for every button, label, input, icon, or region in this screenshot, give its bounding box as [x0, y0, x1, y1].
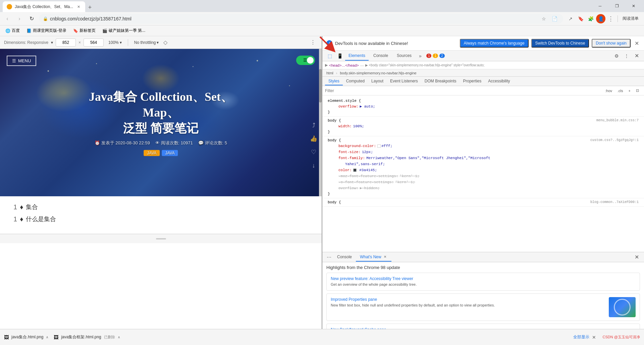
bookmark-newtab[interactable]: 🔖 新标签页 — [70, 27, 98, 34]
restore-button[interactable]: ❐ — [609, 1, 625, 11]
zoom-dropdown[interactable]: 100% ▾ — [106, 40, 124, 46]
console-bottom-tab[interactable]: Console — [333, 253, 356, 262]
switch-chinese-button[interactable]: Switch DevTools to Chinese — [531, 39, 589, 48]
html-tag[interactable]: html — [325, 71, 335, 75]
read-list-button[interactable]: 阅读清单 — [620, 16, 641, 21]
elements-breadcrumb: ▶ <head>…</head> — ▶ <body class="skin-s… — [322, 61, 644, 69]
file-ref-3[interactable]: blog-common..7aXieFD00:1 — [590, 200, 639, 204]
tag-java-2[interactable]: JAVA — [162, 150, 178, 156]
elements-tab[interactable]: Elements — [345, 51, 369, 61]
width-input[interactable] — [56, 39, 76, 47]
throttle-dropdown[interactable]: No throttling ▾ — [132, 40, 161, 46]
tab-dom-breakpoints[interactable]: DOM Breakpoints — [421, 77, 460, 85]
tab-event-listeners[interactable]: Event Listeners — [387, 77, 421, 85]
devtools-close-button[interactable]: ✕ — [632, 51, 641, 61]
tab-layout[interactable]: Layout — [368, 77, 387, 85]
download-1-chevron[interactable]: ∧ — [46, 335, 48, 339]
share-icon[interactable]: ↗ — [566, 14, 575, 23]
share-side-icon[interactable]: ⤴ — [310, 121, 318, 129]
new-style-rule-button[interactable]: ⊡ — [634, 87, 641, 94]
address-box[interactable]: 🔒 cnblogs.com/coderzjz/p/13587167.html ☆… — [39, 14, 563, 24]
downloads-close-button[interactable]: ✕ — [592, 335, 596, 340]
elements-path: html › body.skin-simplememory.no-navbar.… — [322, 69, 644, 77]
page-hero: ☰ MENU ☰ Java集合 Collection、Set、Map、 泛型 简… — [0, 49, 322, 196]
bookmark-baidu[interactable]: 🌐 百度 — [3, 27, 22, 34]
whats-new-tab[interactable]: What's New ✕ — [356, 253, 391, 262]
dimension-x-separator: × — [78, 40, 81, 45]
download-2-chevron[interactable]: ∧ — [118, 335, 120, 339]
tab-accessibility[interactable]: Accessibility — [485, 77, 513, 85]
update-card-2: Improved Properties pane New filter text… — [326, 293, 640, 321]
sources-tab[interactable]: Sources — [393, 51, 416, 61]
notification-text: DevTools is now available in Chinese! — [335, 41, 457, 46]
download-icon[interactable]: ↓ — [310, 161, 318, 169]
tab-computed[interactable]: Computed — [343, 77, 368, 85]
update-1-desc: Get an overview of the whole page access… — [331, 282, 636, 287]
console-tab[interactable]: Console — [369, 51, 392, 61]
read-mode-icon[interactable]: 📄 — [550, 14, 559, 23]
update-1-title[interactable]: New preview feature: Accessibility Tree … — [331, 276, 636, 281]
download-1-name[interactable]: java集合.html.png — [11, 334, 43, 340]
devtools-settings-button[interactable]: ⚙ — [612, 51, 621, 61]
devtools-more-button[interactable]: ⋮ — [622, 51, 631, 61]
heart-icon[interactable]: ♡ — [310, 148, 318, 156]
toolbar-more-button[interactable]: ⋮ — [308, 38, 318, 47]
tab-styles[interactable]: Styles — [325, 77, 343, 85]
meta-views: 👁 阅读次数: 10971 — [155, 140, 193, 146]
filter-input[interactable] — [325, 88, 601, 93]
hover-toggle[interactable]: :hov — [603, 88, 614, 94]
bottom-panel-close[interactable]: ✕ — [632, 253, 641, 262]
bookmark-video[interactable]: 🎬 破产姐妹第一季 第... — [100, 27, 148, 34]
reload-button[interactable]: ↻ — [27, 14, 36, 23]
responsive-toolbar: Dimensions: Responsive ▾ × 100% ▾ No thr… — [0, 36, 322, 49]
bookmark-yuketang[interactable]: 📘 雨课堂网页版-登录 — [24, 27, 69, 34]
title-bar: Java集合 Collection、Set、Ma... ✕ + ─ ❐ ✕ — [0, 0, 644, 12]
chrome-menu-button[interactable]: ⋮ — [606, 14, 615, 23]
body-tag[interactable]: body.skin-simplememory.no-navbar.hljs-en… — [338, 71, 418, 75]
update-2-title[interactable]: Improved Properties pane — [331, 297, 605, 302]
whats-new-close[interactable]: ✕ — [383, 255, 387, 259]
yuketang-icon: 📘 — [26, 28, 32, 33]
update-2-image — [609, 297, 636, 317]
download-2-icon: 🖼 — [54, 335, 58, 340]
tab-properties[interactable]: Properties — [460, 77, 485, 85]
more-tabs-button[interactable]: » — [416, 51, 424, 61]
file-ref-2[interactable]: custom.css?..5gzFgqJg=:1 — [590, 138, 639, 142]
cls-toggle[interactable]: .cls — [615, 88, 626, 94]
bookmark-icon[interactable]: 🔖 — [576, 14, 585, 23]
back-button[interactable]: ‹ — [3, 14, 12, 23]
scrollbar[interactable] — [319, 49, 322, 196]
devtools-notification: i DevTools is now available in Chinese! … — [322, 36, 644, 51]
url-text: cnblogs.com/coderzjz/p/13587167.html — [50, 16, 537, 21]
tab-close-button[interactable]: ✕ — [76, 4, 81, 9]
profile-avatar[interactable]: 👤 — [596, 14, 605, 23]
add-style-button[interactable]: + — [626, 88, 633, 94]
downloads-bar: 🖼 java集合.html.png ∧ 🖼 java集合框架.html.png … — [0, 329, 644, 345]
notification-close-button[interactable]: ✕ — [633, 40, 640, 47]
bottom-more-button[interactable]: ⋯ — [325, 253, 333, 261]
menu-button[interactable]: ☰ MENU — [7, 56, 36, 66]
dont-show-button[interactable]: Don't show again — [592, 39, 631, 48]
forward-button[interactable]: › — [15, 14, 24, 23]
bookmark-star-icon[interactable]: ☆ — [539, 14, 548, 23]
like-icon[interactable]: 👍 — [310, 135, 318, 143]
new-tab-button[interactable]: + — [85, 3, 95, 12]
head-element[interactable]: <head>…</head> — [329, 63, 359, 67]
extensions-icon[interactable]: 🧩 — [586, 14, 595, 23]
active-tab[interactable]: Java集合 Collection、Set、Ma... ✕ — [3, 1, 85, 12]
show-all-button[interactable]: 全部显示 — [573, 334, 589, 340]
minimize-button[interactable]: ─ — [592, 1, 608, 11]
webpage-bottom-bar[interactable] — [0, 234, 322, 243]
toc-item-2: 1 ♦ 什么是集合 — [13, 215, 308, 223]
tag-java-1[interactable]: JAVA — [144, 150, 160, 156]
page-content: 1 ♦ 集合 1 ♦ 什么是集合 — [0, 196, 322, 234]
download-item-2: 🖼 java集合框架.html.png 已删除 ∧ — [54, 334, 120, 340]
update-card-1: New preview feature: Accessibility Tree … — [326, 273, 640, 291]
match-language-button[interactable]: Always match Chrome's language — [460, 39, 529, 48]
download-2-name[interactable]: java集合框架.html.png — [61, 334, 101, 340]
toggle-button[interactable]: ☰ — [296, 56, 315, 65]
body-selector-3: body { — [328, 200, 341, 204]
close-button[interactable]: ✕ — [626, 1, 641, 11]
height-input[interactable] — [84, 39, 104, 47]
file-ref-1[interactable]: menu_bubble.min.css:7 — [596, 119, 639, 123]
